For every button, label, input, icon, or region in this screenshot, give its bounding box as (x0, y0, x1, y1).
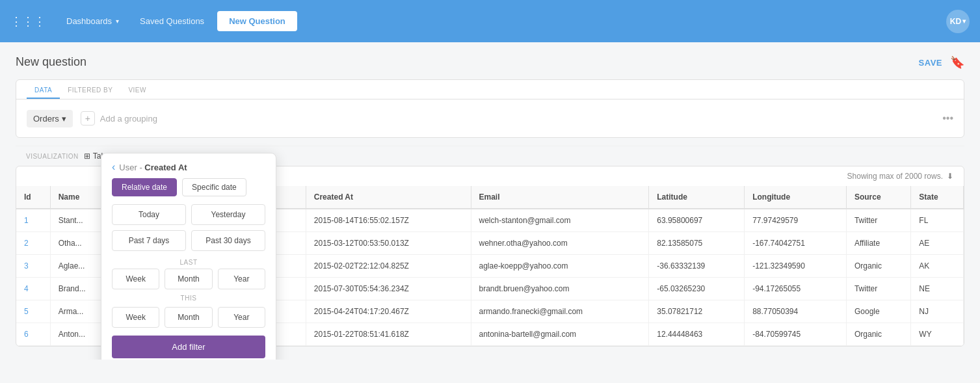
cell-email: welch-stanton@gmail.com (471, 209, 649, 232)
cell-source: Google (846, 300, 910, 323)
cell-id[interactable]: 6 (16, 323, 50, 346)
col-created-at: Created At (306, 186, 471, 209)
data-chevron-icon: ▾ (62, 114, 66, 124)
col-longitude: Longitude (745, 186, 847, 209)
this-options: Week Month Year (101, 304, 276, 336)
top-actions: SAVE 🔖 (919, 55, 964, 70)
cell-state: AE (911, 232, 964, 255)
this-month-button[interactable]: Month (165, 307, 212, 328)
yesterday-button[interactable]: Yesterday (191, 204, 265, 225)
cell-id[interactable]: 5 (16, 300, 50, 323)
cell-email: wehner.otha@yahoo.com (471, 232, 649, 255)
cell-latitude: -65.03265230 (649, 278, 745, 300)
last-section-label: LAST (101, 256, 276, 269)
relative-date-tab[interactable]: Relative date (112, 178, 177, 196)
cell-source: Organic (846, 323, 910, 346)
page-title: New question (16, 55, 964, 69)
cell-email: brandt.bruen@yahoo.com (471, 278, 649, 300)
filter-type-tabs: Relative date Specific date (101, 178, 276, 204)
col-state: State (911, 186, 964, 209)
past-7-days-button[interactable]: Past 7 days (112, 230, 186, 251)
cell-email: antonina-bartell@gmail.com (471, 323, 649, 346)
filter-field-label: User - Created At (119, 163, 187, 172)
cell-latitude: -36.63332139 (649, 255, 745, 278)
specific-date-tab[interactable]: Specific date (182, 178, 246, 196)
cell-state: NJ (911, 300, 964, 323)
quick-date-options: Today Yesterday Past 7 days Past 30 days (101, 204, 276, 256)
cell-state: FL (911, 209, 964, 232)
download-icon[interactable]: ⬇ (947, 172, 953, 181)
cell-state: NE (911, 278, 964, 300)
more-options-icon[interactable]: ••• (942, 112, 953, 124)
cell-id[interactable]: 2 (16, 232, 50, 255)
dashboards-chevron-icon: ▾ (116, 18, 119, 25)
bookmark-icon[interactable]: 🔖 (950, 55, 964, 70)
add-filter-button[interactable]: Add filter (112, 336, 265, 358)
cell-longitude: 88.77050394 (745, 300, 847, 323)
cell-latitude: 82.13585075 (649, 232, 745, 255)
cell-longitude: -84.70599745 (745, 323, 847, 346)
cell-created-at: 2015-07-30T05:54:36.234Z (306, 278, 471, 300)
last-year-button[interactable]: Year (218, 269, 265, 289)
tab-data[interactable]: DATA (27, 80, 60, 99)
last-week-button[interactable]: Week (112, 269, 159, 289)
cell-longitude: 77.97429579 (745, 209, 847, 232)
last-month-button[interactable]: Month (165, 269, 212, 289)
logo-icon: ⋮⋮⋮ (10, 14, 46, 29)
cell-created-at: 2015-04-24T04:17:20.467Z (306, 300, 471, 323)
save-button[interactable]: SAVE (919, 58, 942, 68)
col-source: Source (846, 186, 910, 209)
filter-popup-header: ‹ User - Created At (101, 153, 276, 178)
saved-questions-nav[interactable]: Saved Questions (132, 12, 212, 30)
cell-id[interactable]: 3 (16, 255, 50, 278)
cell-source: Affiliate (846, 232, 910, 255)
qb-tabs: DATA FILTERED BY VIEW (16, 80, 964, 99)
col-latitude: Latitude (649, 186, 745, 209)
cell-latitude: 35.07821712 (649, 300, 745, 323)
this-year-button[interactable]: Year (218, 307, 265, 328)
cell-state: WY (911, 323, 964, 346)
user-avatar[interactable]: KD ▾ (946, 10, 970, 33)
qb-data-row: Orders ▾ + Add a grouping ••• (16, 99, 964, 137)
data-selector[interactable]: Orders ▾ (27, 110, 73, 127)
grouping-area: + Add a grouping (81, 106, 934, 131)
cell-source: Organic (846, 255, 910, 278)
cell-created-at: 2015-01-22T08:51:41.618Z (306, 323, 471, 346)
cell-source: Twitter (846, 209, 910, 232)
tab-filtered-by[interactable]: FILTERED BY (60, 80, 120, 99)
cell-latitude: 12.44448463 (649, 323, 745, 346)
visualization-label: VISUALIZATION (26, 153, 79, 160)
cell-longitude: -94.17265055 (745, 278, 847, 300)
cell-state: AK (911, 255, 964, 278)
filter-back-button[interactable]: ‹ (112, 161, 115, 173)
past-30-days-button[interactable]: Past 30 days (191, 230, 265, 251)
cell-created-at: 2015-03-12T00:53:50.013Z (306, 232, 471, 255)
query-builder: DATA FILTERED BY VIEW Orders ▾ + Add a g… (16, 79, 964, 138)
add-grouping-plus-button[interactable]: + (81, 111, 95, 125)
cell-email: aglae-koepp@yahoo.com (471, 255, 649, 278)
cell-source: Twitter (846, 278, 910, 300)
app-header: ⋮⋮⋮ Dashboards ▾ Saved Questions New Que… (0, 0, 980, 42)
this-section-label: THIS (101, 292, 276, 304)
today-button[interactable]: Today (112, 204, 186, 225)
col-email: Email (471, 186, 649, 209)
page-content: SAVE 🔖 New question DATA FILTERED BY VIE… (0, 42, 980, 360)
cell-created-at: 2015-08-14T16:55:02.157Z (306, 209, 471, 232)
cell-longitude: -121.32349590 (745, 255, 847, 278)
last-options: Week Month Year (101, 269, 276, 292)
dashboards-nav[interactable]: Dashboards ▾ (59, 12, 127, 30)
cell-created-at: 2015-02-02T22:12:04.825Z (306, 255, 471, 278)
new-question-button[interactable]: New Question (217, 11, 297, 31)
filter-popup: ‹ User - Created At Relative date Specif… (101, 153, 276, 360)
add-grouping-label[interactable]: Add a grouping (100, 114, 157, 124)
table-viz-icon: ⊞ (84, 152, 90, 161)
cell-id[interactable]: 4 (16, 278, 50, 300)
tab-view[interactable]: VIEW (120, 80, 154, 99)
cell-latitude: 63.95800697 (649, 209, 745, 232)
this-week-button[interactable]: Week (112, 307, 159, 328)
avatar-chevron-icon: ▾ (962, 18, 966, 25)
cell-id[interactable]: 1 (16, 209, 50, 232)
cell-longitude: -167.74042751 (745, 232, 847, 255)
cell-email: armando.franecki@gmail.com (471, 300, 649, 323)
col-id: Id (16, 186, 50, 209)
